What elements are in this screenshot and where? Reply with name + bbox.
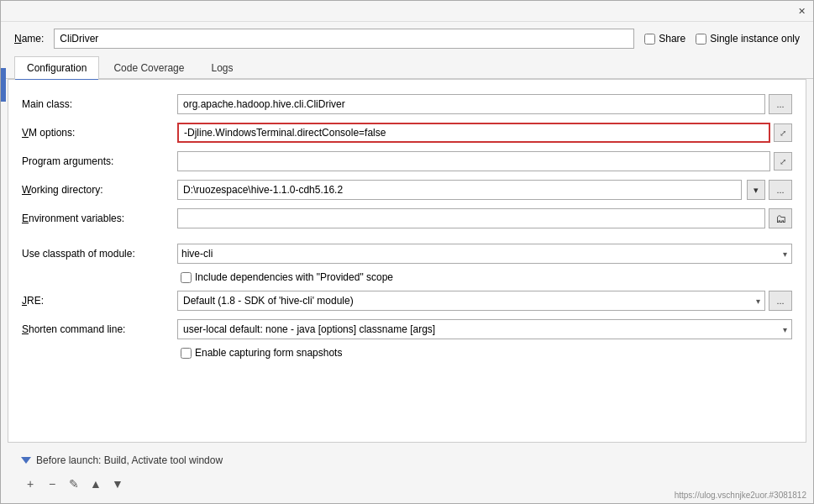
share-label: Share — [659, 33, 685, 45]
title-bar: ✕ — [1, 1, 813, 22]
share-checkbox-label[interactable]: Share — [644, 33, 685, 45]
shorten-command-dropdown-wrapper: user-local default: none - java [options… — [177, 319, 792, 339]
classpath-module-row: Use classpath of module: hive-cli ▾ — [8, 239, 806, 268]
module-dropdown-wrapper: hive-cli ▾ — [177, 244, 792, 264]
vm-options-expand-button[interactable]: ⤢ — [774, 123, 792, 142]
triangle-icon — [21, 457, 31, 464]
vm-options-row: VM options: ⤢ — [8, 118, 806, 147]
shorten-command-select[interactable]: user-local default: none - java [options… — [177, 319, 792, 339]
left-accent — [1, 68, 6, 102]
tab-code-coverage[interactable]: Code Coverage — [101, 56, 197, 79]
include-deps-checkbox[interactable] — [181, 272, 192, 283]
up-button[interactable]: ▲ — [87, 475, 105, 493]
jre-control: Default (1.8 - SDK of 'hive-cli' module)… — [177, 291, 792, 311]
watermark: https://ulog.vschnjke2uor.#3081812 — [675, 491, 806, 500]
edit-button[interactable]: ✎ — [65, 475, 83, 493]
single-instance-checkbox[interactable] — [696, 34, 706, 45]
vm-options-control: ⤢ — [177, 123, 792, 143]
program-arguments-label: Program arguments: — [22, 155, 177, 167]
add-button[interactable]: + — [21, 475, 39, 493]
jre-browse-button[interactable]: ... — [769, 291, 792, 311]
main-class-label: Main class: — [22, 98, 177, 110]
tab-configuration[interactable]: Configuration — [14, 56, 99, 79]
enable-snapshots-row: Enable capturing form snapshots — [8, 344, 806, 362]
main-class-browse-button[interactable]: ... — [769, 94, 792, 114]
working-directory-dropdown-button[interactable]: ▾ — [747, 180, 765, 200]
environment-variables-input[interactable] — [177, 208, 765, 228]
enable-snapshots-label[interactable]: Enable capturing form snapshots — [181, 347, 342, 359]
include-deps-row: Include dependencies with "Provided" sco… — [8, 268, 806, 286]
close-button[interactable]: ✕ — [795, 4, 808, 18]
folder-icon: 🗂 — [775, 213, 786, 225]
tabs-bar: Configuration Code Coverage Logs — [1, 55, 813, 79]
run-configuration-dialog: ✕ Name: Share Single instance only Confi… — [0, 0, 814, 504]
name-input[interactable] — [54, 29, 634, 49]
jre-label: JRE: — [22, 295, 177, 307]
vm-options-input[interactable] — [177, 123, 770, 143]
program-arguments-row: Program arguments: ⤢ — [8, 147, 806, 176]
jre-select[interactable]: Default (1.8 - SDK of 'hive-cli' module) — [177, 291, 765, 311]
environment-variables-browse-button[interactable]: 🗂 — [769, 208, 792, 228]
header-row: Name: Share Single instance only — [1, 22, 813, 55]
single-instance-label: Single instance only — [710, 33, 800, 45]
down-button[interactable]: ▼ — [108, 475, 127, 493]
shorten-command-label: Shorten command line: — [22, 323, 177, 335]
vm-options-label: VM options: — [22, 127, 177, 139]
main-class-row: Main class: ... — [8, 90, 806, 118]
working-directory-control: ▾ ... — [177, 180, 792, 200]
working-directory-row: Working directory: ▾ ... — [8, 176, 806, 204]
enable-snapshots-text: Enable capturing form snapshots — [195, 347, 342, 359]
working-directory-input[interactable] — [177, 180, 742, 200]
working-directory-browse-button[interactable]: ... — [769, 180, 792, 200]
before-launch-section: Before launch: Build, Activate tool wind… — [14, 449, 800, 471]
name-label: Name: — [14, 33, 44, 45]
module-select[interactable]: hive-cli — [177, 244, 792, 264]
include-deps-text: Include dependencies with "Provided" sco… — [195, 271, 393, 283]
single-instance-checkbox-label[interactable]: Single instance only — [696, 33, 800, 45]
tab-logs[interactable]: Logs — [198, 56, 245, 79]
shorten-command-control: user-local default: none - java [options… — [177, 319, 792, 339]
separator-1 — [8, 233, 806, 239]
working-directory-label: Working directory: — [22, 184, 177, 196]
header-checkboxes: Share Single instance only — [644, 33, 800, 45]
enable-snapshots-checkbox[interactable] — [181, 348, 192, 359]
program-arguments-expand-button[interactable]: ⤢ — [774, 152, 792, 171]
program-arguments-input[interactable] — [177, 151, 770, 171]
program-arguments-control: ⤢ — [177, 151, 792, 171]
environment-variables-row: Environment variables: 🗂 — [8, 204, 806, 233]
include-deps-label[interactable]: Include dependencies with "Provided" sco… — [181, 271, 393, 283]
content-area: Main class: ... VM options: ⤢ Program ar… — [8, 79, 806, 443]
shorten-command-row: Shorten command line: user-local default… — [8, 315, 806, 344]
jre-dropdown-wrapper: Default (1.8 - SDK of 'hive-cli' module)… — [177, 291, 765, 311]
jre-row: JRE: Default (1.8 - SDK of 'hive-cli' mo… — [8, 286, 806, 315]
environment-variables-label: Environment variables: — [22, 213, 177, 224]
classpath-module-control: hive-cli ▾ — [177, 244, 792, 264]
before-launch-text: Before launch: Build, Activate tool wind… — [36, 454, 223, 466]
main-class-input[interactable] — [177, 94, 765, 114]
main-class-control: ... — [177, 94, 792, 114]
working-directory-dropdown-wrapper — [177, 180, 742, 200]
remove-button[interactable]: − — [43, 475, 61, 493]
share-checkbox[interactable] — [644, 34, 655, 45]
classpath-module-label: Use classpath of module: — [22, 248, 177, 260]
environment-variables-control: 🗂 — [177, 208, 792, 228]
